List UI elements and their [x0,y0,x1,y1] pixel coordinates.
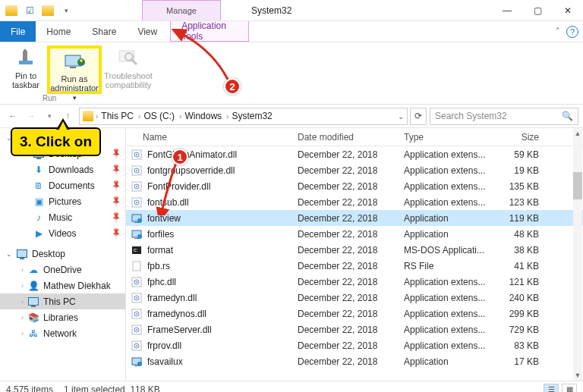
view-details-button[interactable]: ☰ [544,384,559,393]
navpane-item-pictures[interactable]: ▣Pictures📌 [0,193,125,209]
tab-share[interactable]: Share [81,21,127,42]
file-name: FrameServer.dll [147,325,212,335]
navpane-item-mathew-diekhak[interactable]: ›👤Mathew Diekhak [0,278,125,293]
navpane-item-music[interactable]: ♪Music📌 [0,209,125,225]
search-input[interactable]: Search System32 🔍 [430,108,578,125]
navpane-desktop[interactable]: ⌄Desktop [0,246,125,262]
file-name: frprov.dll [147,340,181,351]
breadcrumb-dropdown-icon[interactable]: ⌄ [398,112,404,121]
file-row[interactable]: framedyn.dllDecember 22, 2018Application… [126,290,583,306]
file-date: December 22, 2018 [298,213,404,224]
navpane-item-onedrive[interactable]: ›☁OneDrive [0,262,125,278]
file-row[interactable]: fpb.rsDecember 22, 2018RS File41 KB [126,258,583,274]
file-name: format [147,245,173,256]
navpane-item-documents[interactable]: 🗎Documents📌 [0,177,125,193]
file-size: 59 KB [496,149,539,160]
help-icon[interactable]: ? [566,26,578,38]
file-row[interactable]: FontGlyphAnimator.dllDecember 22, 2018Ap… [126,146,583,162]
file-size: 123 KB [496,197,539,208]
svg-point-26 [137,234,142,239]
refresh-button[interactable]: ⟳ [410,108,427,125]
file-icon [131,196,143,209]
file-row[interactable]: FrameServer.dllDecember 22, 2018Applicat… [126,321,583,337]
file-row[interactable]: fontgroupsoverride.dllDecember 22, 2018A… [126,162,583,178]
ribbon-collapse-icon[interactable]: ˄ [556,27,560,36]
file-date: December 22, 2018 [298,325,404,335]
file-name: fphc.dll [147,277,176,287]
title-bar: ☑ ▾ Manage System32 — ▢ ✕ [0,0,583,21]
file-row[interactable]: c:formatDecember 22, 2018MS-DOS Applicat… [126,242,583,258]
file-size: 299 KB [496,309,539,319]
file-row[interactable]: FontProvider.dllDecember 22, 2018Applica… [126,178,583,194]
qat-newfolder-icon[interactable] [41,4,55,17]
file-size: 119 KB [496,213,539,224]
window-title: System32 [221,0,492,20]
navpane-item-network[interactable]: ›🖧Network [0,325,125,341]
file-icon [131,276,143,288]
file-row[interactable]: fontsub.dllDecember 22, 2018Application … [126,194,583,210]
breadcrumb[interactable]: ›This PC ›OS (C:) ›Windows ›System32 ⌄ [79,108,408,125]
maximize-button[interactable]: ▢ [522,0,553,20]
vertical-scrollbar[interactable]: ▲ ▼ [573,128,582,381]
file-name: forfiles [147,229,174,240]
file-row[interactable]: frprov.dllDecember 22, 2018Application e… [126,337,583,353]
pin-to-taskbar-button[interactable]: Pin to taskbar [5,45,47,94]
ribbon-group-label: Run [43,94,56,102]
svg-point-20 [136,202,137,203]
navpane-item-downloads[interactable]: ⬇Downloads📌 [0,162,125,177]
navigation-pane[interactable]: ⌄★Quick accessDesktop📌⬇Downloads📌🗎Docume… [0,128,126,381]
tab-view[interactable]: View [127,21,168,42]
column-date[interactable]: Date modified [298,132,404,143]
file-icon: c: [131,244,143,256]
minimize-button[interactable]: — [492,0,522,20]
file-icon [131,308,143,320]
file-row[interactable]: fsavailuxDecember 22, 2018Application17 … [126,353,583,369]
svg-point-17 [136,186,137,187]
nav-back-button[interactable]: ← [5,108,21,124]
window-controls: — ▢ ✕ [492,0,583,20]
tab-application-tools[interactable]: Application Tools [170,21,249,42]
navpane-item-libraries[interactable]: ›📚Libraries [0,309,125,325]
file-type: Application extens... [404,340,496,351]
file-name: fontview [147,213,181,224]
scroll-up-button[interactable]: ▲ [573,128,582,139]
file-name: FontGlyphAnimator.dll [147,149,237,160]
navpane-item-this-pc[interactable]: ›This PC [0,293,125,309]
file-icon [131,356,143,368]
file-row[interactable]: framedynos.dllDecember 22, 2018Applicati… [126,306,583,321]
file-size: 83 KB [496,340,539,351]
troubleshoot-compatibility-button[interactable]: Troubleshoot compatibility [102,45,155,94]
file-row[interactable]: fontviewDecember 22, 2018Application119 … [126,210,583,226]
svg-point-6 [80,59,83,62]
file-size: 240 KB [496,293,539,303]
tab-file[interactable]: File [0,21,36,42]
run-as-administrator-button[interactable]: Run as administrator ▾ [47,45,102,94]
nav-history-dropdown[interactable]: ▾ [41,108,58,124]
status-bar: 4,575 items 1 item selected 118 KB ☰ ▦ [0,381,583,392]
address-bar: ← → ▾ ↑ ›This PC ›OS (C:) ›Windows ›Syst… [0,105,583,127]
qat-dropdown-icon[interactable]: ▾ [59,4,73,17]
column-headers[interactable]: Name Date modified Type Size [126,128,583,146]
file-type: MS-DOS Applicati... [404,245,496,256]
run-label-2: administrator ▾ [50,83,99,102]
file-row[interactable]: fphc.dllDecember 22, 2018Application ext… [126,274,583,290]
column-size[interactable]: Size [496,132,539,143]
file-row[interactable]: forfilesDecember 22, 2018Application48 K… [126,226,583,242]
tab-home[interactable]: Home [36,21,81,42]
ribbon-tabs: File Home Share View Application Tools ˄… [0,21,583,42]
qat-properties-icon[interactable]: ☑ [23,4,36,17]
nav-forward-button[interactable]: → [23,108,39,124]
folder-icon [83,111,93,121]
svg-point-47 [137,362,142,366]
column-name[interactable]: Name [126,132,298,143]
scroll-down-button[interactable]: ▼ [573,370,582,381]
file-type: Application extens... [404,197,496,208]
svg-point-44 [136,345,137,347]
close-button[interactable]: ✕ [553,0,583,20]
search-icon: 🔍 [562,111,573,121]
file-size: 38 KB [496,245,539,256]
file-list[interactable]: Name Date modified Type Size FontGlyphAn… [126,128,583,381]
view-large-icons-button[interactable]: ▦ [562,384,577,393]
navpane-item-videos[interactable]: ▶Videos📌 [0,225,125,241]
column-type[interactable]: Type [404,132,496,143]
